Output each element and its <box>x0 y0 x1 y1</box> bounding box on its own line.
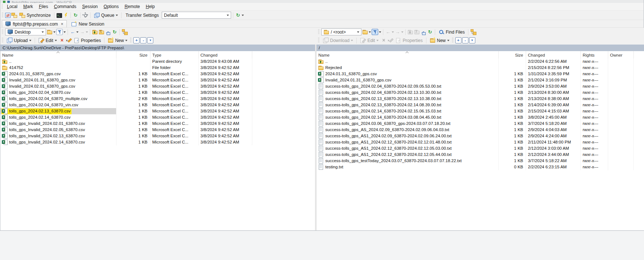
menu-item-local[interactable]: Local <box>4 4 20 9</box>
file-row[interactable]: success-tolls_gps_AS1_2024.02.12_63870-2… <box>317 145 644 152</box>
right-filter-icon[interactable] <box>372 29 378 35</box>
left-home-directory-icon[interactable] <box>105 29 111 35</box>
transfer-preset-caret[interactable] <box>242 15 244 16</box>
left-open-directory-icon[interactable] <box>47 29 53 35</box>
file-row[interactable]: success-tolls_gps_2024.02.13_63870-2024.… <box>317 96 644 102</box>
left-parent-directory-icon[interactable] <box>92 29 98 35</box>
file-row[interactable]: success-tolls_gps_AS_2024.02.09_63870-20… <box>317 127 644 133</box>
file-row[interactable]: tolls_gps_2024.02.04_63870.csv1 KBMicros… <box>0 89 315 96</box>
menu-item-remote[interactable]: Remote <box>122 4 143 9</box>
explore-refresh-icon[interactable]: ↻ <box>73 12 78 18</box>
file-row[interactable]: success-tolls_gps_2024.02.04_63870-2024.… <box>317 89 644 96</box>
file-row[interactable]: tolls_gps_Invalid_2024.02.05_63870.csv1 … <box>0 127 315 133</box>
file-row[interactable]: success-tolls_gps_testToday_2024.03.07_6… <box>317 158 644 164</box>
file-row[interactable]: 2024.01.31_63870_gps.csv1 KBMicrosoft Ex… <box>0 71 315 77</box>
left-new-button[interactable]: New <box>106 37 129 43</box>
file-row[interactable]: success-tolls_gps_AS1_2024.02.12_63870-2… <box>317 139 644 145</box>
file-row[interactable]: success-tolls_gps_2024.02.14_63870-2024.… <box>317 108 644 114</box>
file-row[interactable]: Rejected2/15/2024 8:22:56 PMrwxr-x--- <box>317 65 644 71</box>
left-edit-button[interactable]: Edit <box>37 37 58 43</box>
transfer-preset-icon[interactable]: ↻ <box>235 12 241 18</box>
upload-button[interactable]: Upload <box>5 37 33 43</box>
right-toolbar-grip[interactable] <box>318 29 319 35</box>
file-row[interactable]: ..Parent directory3/8/2024 9:43:08 AM <box>0 58 315 65</box>
file-row[interactable]: testing.txt0 KB2/2/2024 6:23:15 AMrwxr-x… <box>317 164 644 170</box>
left-select-remove-icon[interactable]: - <box>140 37 146 43</box>
right-select-add-icon[interactable]: + <box>455 37 461 43</box>
right-toolbar2-grip[interactable] <box>318 38 319 43</box>
right-select-remove-icon[interactable]: - <box>462 37 468 43</box>
file-row[interactable]: success-tolls_gps_2024.03.06_63870_gps-2… <box>317 121 644 127</box>
file-row[interactable]: tolls_gps_Invalid_2024.02.01_63870.csv1 … <box>0 121 315 127</box>
left-back-icon[interactable]: ← <box>70 29 76 35</box>
left-delete-icon[interactable]: × <box>59 38 65 43</box>
left-root-directory-icon[interactable]: \ <box>99 29 104 35</box>
synchronize-browsing-icon[interactable] <box>11 12 17 18</box>
right-new-button[interactable]: New <box>428 37 451 43</box>
session-tab[interactable]: ftptst@ftp.prepass.com × <box>2 20 67 27</box>
file-row[interactable]: tolls_gps_Invalid_2024.02.14_63870.csv1 … <box>0 139 315 145</box>
left-selection-menu-icon[interactable]: ▼ <box>147 37 153 43</box>
left-forward-icon[interactable]: → <box>79 29 85 35</box>
right-refresh-icon[interactable]: ↻ <box>427 29 433 35</box>
file-row[interactable]: ..2/2/2024 6:22:56 AMrwxr-x--- <box>317 58 644 65</box>
open-terminal-icon[interactable] <box>56 12 62 18</box>
file-row[interactable]: tolls_gps_Invalid_2024.02.13_63870.csv1 … <box>0 133 315 139</box>
left-filter-icon[interactable] <box>56 29 63 35</box>
menu-item-session[interactable]: Session <box>79 4 101 9</box>
right-column-header-size[interactable]: Size <box>499 51 526 58</box>
left-filter-caret[interactable] <box>64 31 66 33</box>
menubar-grip[interactable] <box>1 4 3 9</box>
file-row[interactable]: success-tolls_gps_2024.02.14_63870-2024.… <box>317 114 644 121</box>
left-properties-button[interactable]: Properties <box>72 37 103 43</box>
right-column-header-owner[interactable]: Owner <box>608 51 634 58</box>
left-select-grip[interactable] <box>130 38 131 43</box>
file-row[interactable]: tolls_gps_2024.02.14_63870.csv1 KBMicros… <box>0 114 315 121</box>
find-files-button[interactable]: Find Files <box>437 29 466 35</box>
right-home-directory-icon[interactable] <box>421 29 426 35</box>
right-open-directory-icon[interactable] <box>362 29 368 35</box>
left-refresh-icon[interactable]: ↻ <box>112 29 118 35</box>
right-column-header-changed[interactable]: Changed <box>526 51 581 58</box>
file-row[interactable]: success-tolls_gps_2024.02.04_63870-2024.… <box>317 83 644 89</box>
menu-item-options[interactable]: Options <box>101 4 122 9</box>
right-location-combo[interactable]: / <root> <box>321 28 361 35</box>
preferences-gear-icon[interactable] <box>83 12 88 18</box>
left-toolbar2-grip[interactable] <box>2 38 3 43</box>
left-column-header-changed[interactable]: Changed <box>199 51 252 58</box>
queue-button[interactable]: Queue <box>92 12 119 18</box>
open-in-putty-icon[interactable] <box>63 12 69 18</box>
new-session-tab[interactable]: New Session <box>68 20 108 27</box>
file-row[interactable]: success-tolls_gps_AS1_2024.02.12_63870-2… <box>317 152 644 158</box>
left-column-header-type[interactable]: Type <box>150 51 199 58</box>
transfer-settings-combo[interactable]: Default <box>162 12 231 19</box>
menu-item-commands[interactable]: Commands <box>51 4 79 9</box>
right-filter-caret[interactable] <box>379 31 381 33</box>
left-column-header-size[interactable]: Size <box>116 51 150 58</box>
left-select-add-icon[interactable]: + <box>133 37 139 43</box>
left-rename-icon[interactable] <box>66 38 72 43</box>
file-row[interactable]: 414752File folder3/8/2024 9:42:52 AM <box>0 65 315 71</box>
toolbar-grip[interactable] <box>2 12 3 18</box>
file-row[interactable]: success-tolls_gps_2024.02.13_63870-2024.… <box>317 102 644 108</box>
file-row[interactable]: tolls_gps_2024.02.04_63870_multiple.csv2… <box>0 96 315 102</box>
file-row[interactable]: Invalid_2024.01.31_63870_gps.csv1 KB2/1/… <box>317 77 644 83</box>
synchronize-button[interactable]: Synchronize <box>18 12 52 18</box>
file-row[interactable]: tolls_gps_2024.02.13_63870.csv1 KBMicros… <box>0 108 315 114</box>
left-path-bar[interactable]: C:\Users\Chirag.Surti\OneDrive - PrePass… <box>0 45 315 51</box>
menu-item-files[interactable]: Files <box>36 4 51 9</box>
compare-directories-icon[interactable]: ⇄ <box>5 13 11 18</box>
left-back-caret[interactable] <box>76 31 78 33</box>
file-row[interactable]: 2024.01.31_63870_gps.csv1 KB1/31/2024 3:… <box>317 71 644 77</box>
left-directory-tree-icon[interactable] <box>122 29 127 35</box>
file-row[interactable]: Invalid_2024.01.31_63870_gps.csv1 KBMicr… <box>0 77 315 83</box>
right-directory-tree-icon[interactable] <box>470 29 476 35</box>
file-row[interactable]: success-tolls_gps_AS1_2024.02.09_63870-2… <box>317 133 644 139</box>
menu-item-mark[interactable]: Mark <box>20 4 36 9</box>
right-column-header-name[interactable]: Name <box>317 51 499 58</box>
right-open-directory-caret[interactable] <box>369 31 371 33</box>
file-row[interactable]: tolls_gps_2024.02.04_63870_vin.csv1 KBMi… <box>0 102 315 108</box>
right-select-grip[interactable] <box>452 38 453 43</box>
right-path-bar[interactable]: / <box>317 45 644 51</box>
right-selection-menu-icon[interactable]: ▼ <box>469 37 475 43</box>
